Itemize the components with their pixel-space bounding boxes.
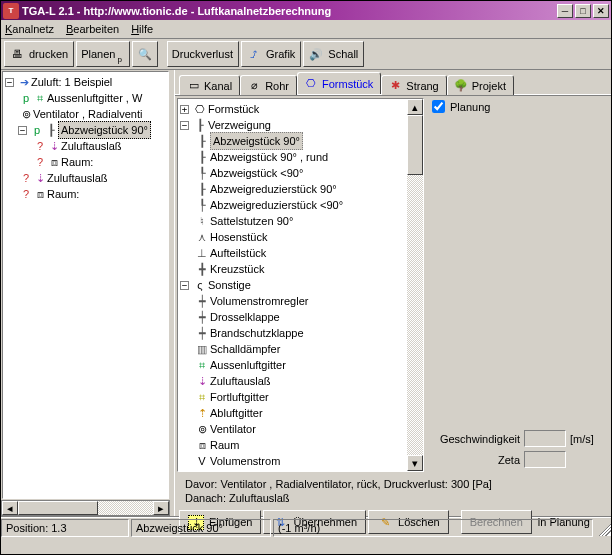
badge-p-icon: p <box>30 122 44 138</box>
tree-item[interactable]: ? ⧈ Raum: <box>19 186 166 202</box>
cat-item[interactable]: ♮Sattelstutzen 90° <box>194 213 407 229</box>
toolbar: 🖶 drucken Planen p 🔍 Druckverlust ⭜ Graf… <box>1 39 611 70</box>
tree-item[interactable]: p ⌗ Aussenluftgitter , W <box>19 90 166 106</box>
menu-kanalnetz[interactable]: Kanalnetz <box>5 23 54 35</box>
tree-item-selected[interactable]: − p ┠ Abzweigstück 90° <box>5 122 166 138</box>
warning-icon: ? <box>33 154 47 170</box>
grafik-label: Grafik <box>266 48 295 60</box>
print-button[interactable]: 🖶 drucken <box>4 41 74 67</box>
cat-item[interactable]: ⋏Hosenstück <box>194 229 407 245</box>
cat-item[interactable]: ⇣Zuluftauslaß <box>194 373 407 389</box>
tab-rohr[interactable]: ⌀ Rohr <box>240 75 297 95</box>
cat-item[interactable]: ┠Abzweigreduzierstück 90° <box>194 181 407 197</box>
cat-item[interactable]: ⌗Fortluftgitter <box>194 389 407 405</box>
cat-label: Abluftgitter <box>210 405 263 421</box>
cat-group[interactable]: + ⎔ Formstück <box>180 101 407 117</box>
cat-item[interactable]: ▥Schalldämpfer <box>194 341 407 357</box>
printer-icon: 🖶 <box>9 46 25 62</box>
cat-group[interactable]: − ┠ Verzweigung <box>180 117 407 133</box>
branch-icon: ┠ <box>44 122 58 138</box>
scroll-left-button[interactable]: ◂ <box>2 501 18 515</box>
scroll-thumb[interactable] <box>18 501 98 515</box>
magnifier-button[interactable]: 🔍 <box>132 41 158 67</box>
tree-item[interactable]: ⊚ Ventilator , Radialventi <box>19 106 166 122</box>
cat-item[interactable]: ⧈Raum <box>194 437 407 453</box>
cat-item-selected[interactable]: ┠ Abzweigstück 90° <box>194 133 407 149</box>
chart-icon: ⭜ <box>246 46 262 62</box>
expander-icon[interactable]: − <box>180 281 189 290</box>
zeta-label: Zeta <box>432 454 520 466</box>
scroll-track[interactable] <box>407 175 423 455</box>
catalog-vscroll[interactable]: ▴ ▾ <box>407 99 423 471</box>
cat-label: Aussenluftgitter <box>210 357 286 373</box>
app-icon: T <box>3 3 19 19</box>
expander-icon[interactable]: + <box>180 105 189 114</box>
scroll-thumb[interactable] <box>407 115 423 175</box>
warning-icon: ? <box>33 138 47 154</box>
status-item: Abzweigstück 90° <box>131 519 271 537</box>
branch-icon: ┠ <box>192 117 208 133</box>
scroll-up-button[interactable]: ▴ <box>407 99 423 115</box>
tab-kanal[interactable]: ▭ Kanal <box>179 75 240 95</box>
resize-grip[interactable] <box>595 520 611 536</box>
planen-button[interactable]: Planen p <box>76 41 130 67</box>
cat-item[interactable]: ⊥Aufteilstück <box>194 245 407 261</box>
tab-strang[interactable]: ✱ Strang <box>381 75 446 95</box>
close-button[interactable]: ✕ <box>593 4 609 18</box>
speed-field[interactable] <box>524 430 566 447</box>
zeta-field[interactable] <box>524 451 566 468</box>
left-tree[interactable]: − ➔ Zuluft: 1 Beispiel p ⌗ Aussenluftgit… <box>2 71 169 499</box>
cat-item[interactable]: ⌗Aussenluftgitter <box>194 357 407 373</box>
cat-item[interactable]: ┞Abzweigstück <90° <box>194 165 407 181</box>
tree-root[interactable]: − ➔ Zuluft: 1 Beispiel <box>5 74 166 90</box>
expander-icon[interactable]: − <box>180 121 189 130</box>
tree-item[interactable]: ? ⧈ Raum: <box>33 154 166 170</box>
cat-item[interactable]: ⊚Ventilator <box>194 421 407 437</box>
minimize-button[interactable]: ─ <box>557 4 573 18</box>
cat-item[interactable]: ┿Brandschutzklappe <box>194 325 407 341</box>
planung-checkbox[interactable] <box>432 100 445 113</box>
expander-icon[interactable]: − <box>5 78 14 87</box>
grid-icon: ⌗ <box>194 389 210 405</box>
menu-bearbeiten[interactable]: Bearbeiten <box>66 23 119 35</box>
scroll-down-button[interactable]: ▾ <box>407 455 423 471</box>
zeta-row: Zeta <box>432 451 605 468</box>
y-split-icon: ⋏ <box>194 229 210 245</box>
inlet-icon: ⇡ <box>194 405 210 421</box>
cat-group[interactable]: − ς Sonstige <box>180 277 407 293</box>
room-icon: ⧈ <box>194 437 210 453</box>
tab-formstueck[interactable]: ⎔ Formstück <box>297 72 381 94</box>
cat-item[interactable]: VVolumenstrom <box>194 453 407 469</box>
grafik-button[interactable]: ⭜ Grafik <box>241 41 301 67</box>
tab-label: Rohr <box>265 80 289 92</box>
left-tree-hscroll[interactable]: ◂ ▸ <box>1 500 170 516</box>
scroll-right-button[interactable]: ▸ <box>153 501 169 515</box>
cat-item[interactable]: ┠Abzweigstück 90° , rund <box>194 149 407 165</box>
main-area: − ➔ Zuluft: 1 Beispiel p ⌗ Aussenluftgit… <box>1 70 611 517</box>
tab-label: Strang <box>406 80 438 92</box>
tree-item[interactable]: ? ⇣ Zuluftauslaß <box>19 170 166 186</box>
tree-item-label: Aussenluftgitter , W <box>47 90 142 106</box>
silencer-icon: ▥ <box>194 341 210 357</box>
cat-item[interactable]: ⇡Abluftgitter <box>194 405 407 421</box>
room-icon: ⧈ <box>33 186 47 202</box>
speed-unit: [m/s] <box>570 433 594 445</box>
cat-item[interactable]: ┿Volumenstromregler <box>194 293 407 309</box>
fan-icon: ⊚ <box>194 421 210 437</box>
cat-item[interactable]: ┿Drosselklappe <box>194 309 407 325</box>
cat-item[interactable]: ╋Kreuzstück <box>194 261 407 277</box>
regulator-icon: ┿ <box>194 293 210 309</box>
schall-button[interactable]: 🔊 Schall <box>303 41 364 67</box>
cat-label: Volumenstrom <box>210 453 280 469</box>
tab-projekt[interactable]: 🌳 Projekt <box>447 75 514 95</box>
catalog-tree[interactable]: + ⎔ Formstück − ┠ Verzweigung ┠ Abzweigs… <box>177 98 424 472</box>
grid-icon: ⌗ <box>33 90 47 106</box>
right-body: + ⎔ Formstück − ┠ Verzweigung ┠ Abzweigs… <box>175 95 611 474</box>
cat-item[interactable]: ┞Abzweigreduzierstück <90° <box>194 197 407 213</box>
expander-icon[interactable]: − <box>18 126 27 135</box>
menu-hilfe[interactable]: Hilfe <box>131 23 153 35</box>
window-title: TGA-L 2.1 - http://www.tionic.de - Luftk… <box>22 5 557 17</box>
druckverlust-button[interactable]: Druckverlust <box>167 41 239 67</box>
tree-item[interactable]: ? ⇣ Zuluftauslaß <box>33 138 166 154</box>
maximize-button[interactable]: □ <box>575 4 591 18</box>
